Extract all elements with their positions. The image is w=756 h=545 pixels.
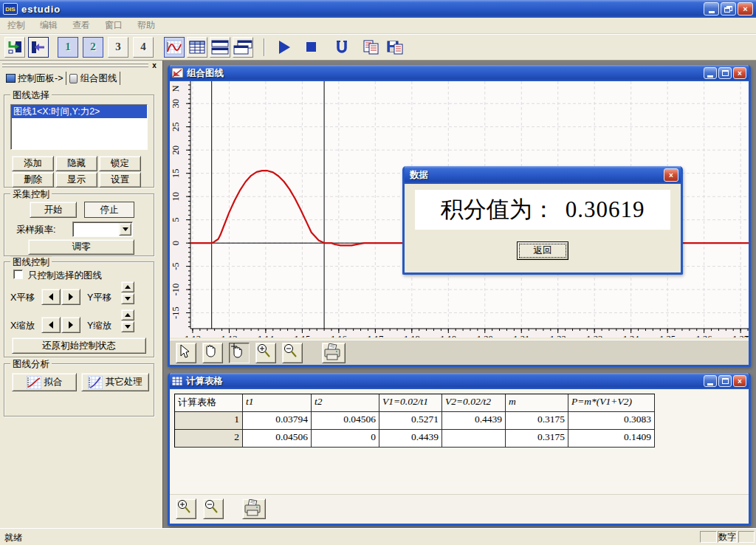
table-zoom-in-icon[interactable]: [176, 498, 196, 519]
menu-view[interactable]: 查看: [65, 18, 97, 33]
print-graph-icon[interactable]: [322, 343, 346, 363]
svg-text:15: 15: [171, 168, 181, 178]
sample-rate-combobox[interactable]: [72, 222, 133, 237]
data-dialog-titlebar[interactable]: 数据 ×: [405, 166, 681, 184]
channel-2-button[interactable]: 2: [83, 37, 103, 58]
restore-button[interactable]: [721, 2, 736, 16]
col-header[interactable]: t1: [243, 394, 312, 412]
curve-listbox[interactable]: 图线1<X:时间,Y:力2>: [10, 104, 148, 150]
y-zoom-up-button[interactable]: [121, 309, 134, 321]
y-zoom-down-button[interactable]: [121, 321, 134, 332]
x-zoom-in-button[interactable]: [61, 317, 80, 333]
table-cell[interactable]: 0.4439: [442, 412, 506, 430]
select-arrow-icon[interactable]: [176, 343, 196, 363]
cascade-windows-icon[interactable]: [233, 37, 253, 58]
calc-table-titlebar[interactable]: 计算表格 ×: [170, 373, 749, 389]
panel-close-icon[interactable]: x: [149, 61, 159, 71]
acquisition-group: 采集控制 开始 停止 采样频率: 调零: [4, 193, 154, 256]
col-header[interactable]: V2=0.02/t2: [442, 394, 506, 412]
return-button[interactable]: 返回: [517, 241, 568, 260]
save-data-icon[interactable]: [385, 37, 405, 58]
only-selected-checkbox[interactable]: [13, 270, 23, 279]
fit-button[interactable]: 拟合: [12, 373, 77, 391]
close-button[interactable]: ×: [738, 2, 753, 16]
delete-curve-button[interactable]: 删除: [12, 172, 54, 188]
x-pan-right-button[interactable]: [61, 289, 80, 305]
show-curve-button[interactable]: 显示: [55, 172, 97, 188]
x-zoom-out-button[interactable]: [41, 317, 61, 333]
curve-list-item[interactable]: 图线1<X:时间,Y:力2>: [11, 105, 147, 118]
svg-text:1.17: 1.17: [367, 334, 383, 337]
table-view-icon[interactable]: [187, 37, 207, 58]
col-header[interactable]: 计算表格: [175, 394, 243, 412]
pan-hand-icon[interactable]: [202, 343, 223, 363]
connect-icon[interactable]: [4, 37, 25, 58]
start-button[interactable]: 开始: [30, 202, 77, 218]
add-curve-button[interactable]: 添加: [12, 156, 54, 171]
menu-help[interactable]: 帮助: [130, 18, 162, 33]
col-header[interactable]: t2: [312, 394, 379, 412]
menu-window[interactable]: 窗口: [97, 18, 130, 33]
col-header[interactable]: V1=0.02/t1: [379, 394, 442, 412]
row-label[interactable]: 1: [175, 412, 243, 430]
channel-4-button[interactable]: 4: [133, 37, 154, 58]
table-cell[interactable]: 0.3083: [568, 412, 655, 430]
hide-curve-button[interactable]: 隐藏: [55, 156, 97, 171]
stop-acquisition-icon[interactable]: [300, 37, 321, 58]
table-cell[interactable]: 0: [312, 430, 379, 448]
table-cell[interactable]: 0.04506: [312, 412, 379, 430]
table-cell[interactable]: 0.03794: [243, 412, 312, 430]
graph-minimize-button[interactable]: [704, 67, 717, 79]
start-acquisition-icon[interactable]: [274, 37, 295, 58]
setup-curve-button[interactable]: 设置: [99, 172, 141, 188]
print-table-icon[interactable]: [242, 498, 266, 519]
combined-graph-window-icon: [172, 68, 184, 78]
table-cell[interactable]: [442, 430, 506, 448]
control-panel-icon: [6, 74, 16, 83]
col-header[interactable]: P=m*(V1+V2): [568, 394, 655, 412]
lock-curve-button[interactable]: 锁定: [99, 156, 141, 171]
copy-data-icon[interactable]: [361, 37, 382, 58]
u-clamp-icon[interactable]: [331, 37, 352, 58]
table-zoom-out-icon[interactable]: [203, 498, 224, 519]
disconnect-icon[interactable]: [28, 37, 49, 58]
channel-3-button[interactable]: 3: [108, 37, 128, 58]
tab-combined-graph[interactable]: 组合图线: [66, 72, 120, 85]
col-header[interactable]: m: [506, 394, 568, 412]
graph-close-button[interactable]: ×: [733, 67, 746, 79]
x-pan-left-button[interactable]: [41, 289, 61, 305]
combobox-dropdown-icon[interactable]: [119, 223, 131, 236]
table-maximize-button[interactable]: [718, 375, 732, 387]
graph-view-icon[interactable]: [164, 37, 185, 58]
table-cell[interactable]: 0.04506: [243, 430, 312, 448]
y-pan-down-button[interactable]: [121, 293, 134, 304]
zero-adjust-button[interactable]: 调零: [28, 239, 134, 255]
tab-control-panel[interactable]: 控制面板->: [3, 72, 66, 85]
table-cell[interactable]: 0.3175: [506, 412, 568, 430]
status-bar: 就绪 数字: [0, 528, 756, 545]
y-pan-up-button[interactable]: [121, 281, 134, 292]
data-cursor-hand-icon[interactable]: [229, 343, 250, 363]
table-cell[interactable]: 0.3175: [506, 430, 568, 448]
panel-gripper[interactable]: [2, 63, 148, 64]
zoom-out-icon[interactable]: [282, 343, 303, 363]
other-process-button[interactable]: 其它处理: [81, 373, 149, 391]
menu-edit[interactable]: 编辑: [32, 18, 65, 33]
stop-button[interactable]: 停止: [84, 202, 134, 218]
table-cell[interactable]: 0.5271: [379, 412, 442, 430]
dialog-close-button[interactable]: ×: [664, 168, 678, 182]
table-minimize-button[interactable]: [704, 375, 717, 387]
split-horizontal-icon[interactable]: [210, 37, 230, 58]
minimize-button[interactable]: [704, 2, 719, 16]
table-close-button[interactable]: ×: [733, 375, 746, 387]
graph-maximize-button[interactable]: [718, 67, 732, 79]
reset-control-button[interactable]: 还原初始控制状态: [12, 337, 146, 354]
zoom-in-icon[interactable]: [255, 343, 276, 363]
menu-control[interactable]: 控制: [0, 18, 32, 33]
channel-1-button[interactable]: 1: [58, 37, 78, 58]
combined-graph-titlebar[interactable]: 组合图线 ×: [170, 65, 749, 81]
row-label[interactable]: 2: [175, 430, 243, 448]
panel-gripper2[interactable]: [2, 66, 148, 67]
table-cell[interactable]: 0.1409: [568, 430, 655, 448]
table-cell[interactable]: 0.4439: [379, 430, 442, 448]
